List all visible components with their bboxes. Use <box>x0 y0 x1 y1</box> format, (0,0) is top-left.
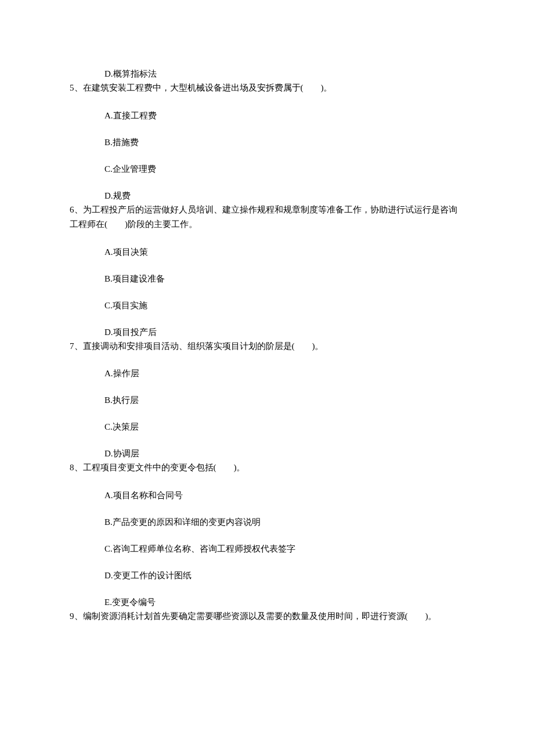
q7-option-a: A.操作层 <box>70 366 464 380</box>
q8-option-d: D.变更工作的设计图纸 <box>70 568 464 582</box>
q8-option-a: A.项目名称和合同号 <box>70 488 464 502</box>
q6-text: 6、为工程投产后的运营做好人员培训、建立操作规程和规章制度等准备工作，协助进行试… <box>70 203 464 232</box>
q7-option-d: D.协调层 <box>70 447 464 460</box>
q7-option-b: B.执行层 <box>70 393 464 407</box>
q8-option-b: B.产品变更的原因和详细的变更内容说明 <box>70 515 464 529</box>
q8-text: 8、工程项目变更文件中的变更令包括( )。 <box>70 460 464 476</box>
q7-text: 7、直接调动和安排项目活动、组织落实项目计划的阶层是( )。 <box>70 339 464 354</box>
q5-option-b: B.措施费 <box>70 135 464 149</box>
q4-option-d: D.概算指标法 <box>70 67 464 81</box>
q6-option-d: D.项目投产后 <box>70 325 464 339</box>
q8-option-c: C.咨询工程师单位名称、咨询工程师授权代表签字 <box>70 542 464 556</box>
q8-option-e: E.变更令编号 <box>70 595 464 609</box>
q6-option-c: C.项目实施 <box>70 298 464 312</box>
q5-option-d: D.规费 <box>70 189 464 203</box>
q5-text: 5、在建筑安装工程费中，大型机械设备进出场及安拆费属于( )。 <box>70 81 464 96</box>
q5-option-c: C.企业管理费 <box>70 162 464 176</box>
q6-option-a: A.项目决策 <box>70 245 464 259</box>
q6-option-b: B.项目建设准备 <box>70 272 464 286</box>
q5-option-a: A.直接工程费 <box>70 109 464 123</box>
q9-text: 9、编制资源消耗计划首先要确定需要哪些资源以及需要的数量及使用时间，即进行资源(… <box>70 609 464 624</box>
q7-option-c: C.决策层 <box>70 420 464 434</box>
